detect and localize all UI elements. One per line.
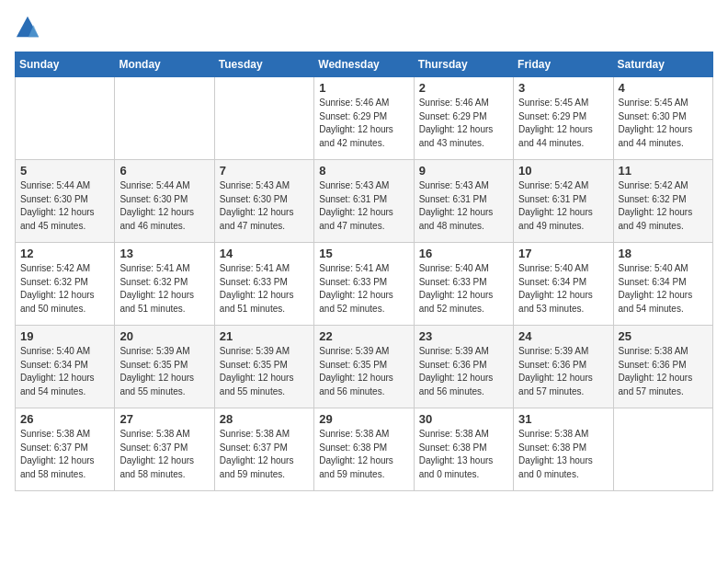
day-number: 24 — [518, 329, 608, 343]
cell-info: Sunrise: 5:46 AM Sunset: 6:29 PM Dayligh… — [419, 97, 508, 150]
cell-info: Sunrise: 5:39 AM Sunset: 6:35 PM Dayligh… — [119, 345, 209, 398]
cell-info: Sunrise: 5:40 AM Sunset: 6:33 PM Dayligh… — [419, 262, 508, 316]
col-header-friday: Friday — [514, 52, 613, 77]
day-number: 5 — [20, 164, 109, 178]
day-number: 30 — [419, 412, 508, 426]
calendar-cell: 11Sunrise: 5:42 AM Sunset: 6:32 PM Dayli… — [613, 160, 712, 243]
day-number: 21 — [220, 329, 309, 343]
calendar-cell: 15Sunrise: 5:41 AM Sunset: 6:33 PM Dayli… — [314, 243, 414, 326]
day-number: 20 — [119, 329, 209, 343]
cell-info: Sunrise: 5:40 AM Sunset: 6:34 PM Dayligh… — [20, 345, 109, 398]
calendar-cell: 18Sunrise: 5:40 AM Sunset: 6:34 PM Dayli… — [613, 243, 712, 326]
logo — [15, 15, 42, 40]
calendar-cell: 26Sunrise: 5:38 AM Sunset: 6:37 PM Dayli… — [16, 408, 115, 491]
cell-info: Sunrise: 5:41 AM Sunset: 6:32 PM Dayligh… — [119, 262, 209, 316]
cell-info: Sunrise: 5:38 AM Sunset: 6:36 PM Dayligh… — [619, 345, 708, 398]
cell-info: Sunrise: 5:42 AM Sunset: 6:32 PM Dayligh… — [20, 262, 109, 316]
calendar-cell — [613, 408, 712, 491]
cell-info: Sunrise: 5:44 AM Sunset: 6:30 PM Dayligh… — [119, 179, 209, 233]
calendar-cell: 20Sunrise: 5:39 AM Sunset: 6:35 PM Dayli… — [115, 326, 214, 408]
calendar-cell: 25Sunrise: 5:38 AM Sunset: 6:36 PM Dayli… — [613, 326, 712, 408]
day-number: 27 — [119, 412, 209, 426]
calendar-cell — [214, 77, 313, 160]
cell-info: Sunrise: 5:38 AM Sunset: 6:38 PM Dayligh… — [319, 428, 408, 481]
day-number: 16 — [419, 247, 508, 260]
cell-info: Sunrise: 5:39 AM Sunset: 6:35 PM Dayligh… — [220, 345, 309, 398]
day-number: 18 — [619, 247, 708, 260]
calendar-cell: 7Sunrise: 5:43 AM Sunset: 6:30 PM Daylig… — [214, 160, 313, 243]
calendar-cell: 27Sunrise: 5:38 AM Sunset: 6:37 PM Dayli… — [115, 408, 214, 491]
day-number: 17 — [518, 247, 608, 260]
calendar-cell: 17Sunrise: 5:40 AM Sunset: 6:34 PM Dayli… — [514, 243, 613, 326]
col-header-thursday: Thursday — [414, 52, 513, 77]
col-header-sunday: Sunday — [16, 52, 115, 77]
day-number: 10 — [518, 164, 608, 178]
col-header-tuesday: Tuesday — [214, 52, 313, 77]
calendar-cell: 8Sunrise: 5:43 AM Sunset: 6:31 PM Daylig… — [314, 160, 414, 243]
day-number: 7 — [220, 164, 309, 178]
calendar-cell: 19Sunrise: 5:40 AM Sunset: 6:34 PM Dayli… — [16, 326, 115, 408]
cell-info: Sunrise: 5:46 AM Sunset: 6:29 PM Dayligh… — [319, 97, 408, 150]
cell-info: Sunrise: 5:41 AM Sunset: 6:33 PM Dayligh… — [319, 262, 408, 316]
calendar-cell: 6Sunrise: 5:44 AM Sunset: 6:30 PM Daylig… — [115, 160, 214, 243]
day-number: 29 — [319, 412, 408, 426]
cell-info: Sunrise: 5:43 AM Sunset: 6:31 PM Dayligh… — [319, 179, 408, 233]
calendar-cell: 4Sunrise: 5:45 AM Sunset: 6:30 PM Daylig… — [613, 77, 712, 160]
col-header-wednesday: Wednesday — [314, 52, 414, 77]
calendar-cell: 9Sunrise: 5:43 AM Sunset: 6:31 PM Daylig… — [414, 160, 513, 243]
cell-info: Sunrise: 5:38 AM Sunset: 6:37 PM Dayligh… — [220, 428, 309, 481]
cell-info: Sunrise: 5:41 AM Sunset: 6:33 PM Dayligh… — [220, 262, 309, 316]
calendar-cell: 28Sunrise: 5:38 AM Sunset: 6:37 PM Dayli… — [214, 408, 313, 491]
calendar-cell: 22Sunrise: 5:39 AM Sunset: 6:35 PM Dayli… — [314, 326, 414, 408]
calendar-cell: 12Sunrise: 5:42 AM Sunset: 6:32 PM Dayli… — [16, 243, 115, 326]
col-header-monday: Monday — [115, 52, 214, 77]
cell-info: Sunrise: 5:39 AM Sunset: 6:35 PM Dayligh… — [319, 345, 408, 398]
page-header — [15, 15, 713, 40]
cell-info: Sunrise: 5:38 AM Sunset: 6:38 PM Dayligh… — [518, 428, 608, 481]
day-number: 9 — [419, 164, 508, 178]
calendar-cell: 2Sunrise: 5:46 AM Sunset: 6:29 PM Daylig… — [414, 77, 513, 160]
day-number: 15 — [319, 247, 408, 260]
day-number: 22 — [319, 329, 408, 343]
day-number: 19 — [20, 329, 109, 343]
cell-info: Sunrise: 5:42 AM Sunset: 6:32 PM Dayligh… — [619, 179, 708, 233]
calendar-cell: 13Sunrise: 5:41 AM Sunset: 6:32 PM Dayli… — [115, 243, 214, 326]
day-number: 11 — [619, 164, 708, 178]
calendar-cell: 5Sunrise: 5:44 AM Sunset: 6:30 PM Daylig… — [16, 160, 115, 243]
calendar-cell: 23Sunrise: 5:39 AM Sunset: 6:36 PM Dayli… — [414, 326, 513, 408]
calendar-cell: 24Sunrise: 5:39 AM Sunset: 6:36 PM Dayli… — [514, 326, 613, 408]
cell-info: Sunrise: 5:44 AM Sunset: 6:30 PM Dayligh… — [20, 179, 109, 233]
cell-info: Sunrise: 5:38 AM Sunset: 6:37 PM Dayligh… — [20, 428, 109, 481]
cell-info: Sunrise: 5:40 AM Sunset: 6:34 PM Dayligh… — [619, 262, 708, 316]
day-number: 25 — [619, 329, 708, 343]
cell-info: Sunrise: 5:39 AM Sunset: 6:36 PM Dayligh… — [419, 345, 508, 398]
calendar-cell: 21Sunrise: 5:39 AM Sunset: 6:35 PM Dayli… — [214, 326, 313, 408]
day-number: 31 — [518, 412, 608, 426]
day-number: 23 — [419, 329, 508, 343]
cell-info: Sunrise: 5:45 AM Sunset: 6:30 PM Dayligh… — [619, 97, 708, 150]
day-number: 4 — [619, 81, 708, 95]
calendar-cell — [16, 77, 115, 160]
calendar-cell: 29Sunrise: 5:38 AM Sunset: 6:38 PM Dayli… — [314, 408, 414, 491]
day-number: 1 — [319, 81, 408, 95]
day-number: 3 — [518, 81, 608, 95]
cell-info: Sunrise: 5:43 AM Sunset: 6:31 PM Dayligh… — [419, 179, 508, 233]
cell-info: Sunrise: 5:38 AM Sunset: 6:37 PM Dayligh… — [119, 428, 209, 481]
cell-info: Sunrise: 5:39 AM Sunset: 6:36 PM Dayligh… — [518, 345, 608, 398]
day-number: 28 — [220, 412, 309, 426]
col-header-saturday: Saturday — [613, 52, 712, 77]
calendar-cell: 30Sunrise: 5:38 AM Sunset: 6:38 PM Dayli… — [414, 408, 513, 491]
calendar-cell: 10Sunrise: 5:42 AM Sunset: 6:31 PM Dayli… — [514, 160, 613, 243]
calendar-cell: 3Sunrise: 5:45 AM Sunset: 6:29 PM Daylig… — [514, 77, 613, 160]
day-number: 14 — [220, 247, 309, 260]
day-number: 26 — [20, 412, 109, 426]
calendar-cell — [115, 77, 214, 160]
calendar-cell: 31Sunrise: 5:38 AM Sunset: 6:38 PM Dayli… — [514, 408, 613, 491]
calendar-cell: 16Sunrise: 5:40 AM Sunset: 6:33 PM Dayli… — [414, 243, 513, 326]
cell-info: Sunrise: 5:40 AM Sunset: 6:34 PM Dayligh… — [518, 262, 608, 316]
cell-info: Sunrise: 5:45 AM Sunset: 6:29 PM Dayligh… — [518, 97, 608, 150]
calendar-cell: 1Sunrise: 5:46 AM Sunset: 6:29 PM Daylig… — [314, 77, 414, 160]
cell-info: Sunrise: 5:42 AM Sunset: 6:31 PM Dayligh… — [518, 179, 608, 233]
cell-info: Sunrise: 5:43 AM Sunset: 6:30 PM Dayligh… — [220, 179, 309, 233]
day-number: 8 — [319, 164, 408, 178]
